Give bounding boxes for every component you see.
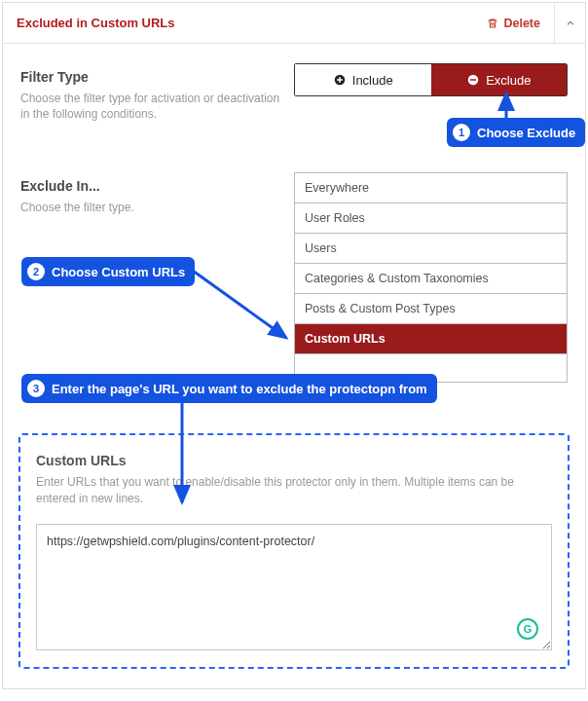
list-item-users[interactable]: Users (295, 234, 567, 264)
chevron-up-icon (566, 18, 575, 28)
list-item-custom-urls[interactable]: Custom URLs (295, 324, 567, 354)
collapse-button[interactable] (554, 3, 585, 44)
settings-panel: Excluded in Custom URLs Delete Filter Ty… (2, 2, 586, 689)
exclude-in-desc: Choose the filter type. (20, 200, 284, 215)
callout-3-text: Enter the page's URL you want to exclude… (52, 382, 427, 396)
panel-title: Excluded in Custom URLs (3, 16, 473, 30)
include-button[interactable]: Include (295, 64, 431, 95)
panel-header: Excluded in Custom URLs Delete (3, 3, 585, 44)
exclude-button[interactable]: Exclude (431, 64, 568, 95)
custom-urls-textarea[interactable] (36, 524, 552, 650)
list-item-posts[interactable]: Posts & Custom Post Types (295, 294, 567, 324)
custom-urls-desc: Enter URLs that you want to enable/disab… (36, 474, 552, 505)
include-label: Include (352, 73, 393, 88)
callout-1-num: 1 (453, 124, 470, 141)
filter-toggle: Include Exclude (294, 63, 568, 96)
filter-type-title: Filter Type (20, 69, 284, 85)
list-item-everywhere[interactable]: Everywhere (295, 173, 567, 203)
exclude-in-title: Exclude In... (20, 178, 284, 194)
list-item-user-roles[interactable]: User Roles (295, 203, 567, 234)
callout-2-text: Choose Custom URLs (52, 265, 185, 279)
custom-urls-section: Custom URLs Enter URLs that you want to … (18, 433, 570, 668)
callout-2: 2 Choose Custom URLs (21, 257, 195, 286)
callout-1-text: Choose Exclude (477, 126, 575, 140)
list-item-categories[interactable]: Categories & Custom Taxonomies (295, 264, 567, 294)
exclude-label: Exclude (486, 73, 531, 88)
callout-2-num: 2 (27, 263, 45, 280)
callout-3: 3 Enter the page's URL you want to exclu… (21, 374, 437, 403)
grammarly-icon[interactable]: G (517, 618, 538, 640)
custom-urls-title: Custom URLs (36, 453, 552, 468)
delete-button[interactable]: Delete (473, 17, 554, 30)
callout-1: 1 Choose Exclude (447, 118, 585, 147)
minus-circle-icon (466, 73, 480, 87)
delete-label: Delete (503, 17, 540, 30)
exclude-in-list: Everywhere User Roles Users Categories &… (294, 172, 568, 383)
filter-type-desc: Choose the filter type for activation or… (20, 91, 284, 122)
callout-3-num: 3 (27, 380, 45, 397)
trash-icon (487, 18, 498, 29)
plus-circle-icon (333, 73, 347, 87)
